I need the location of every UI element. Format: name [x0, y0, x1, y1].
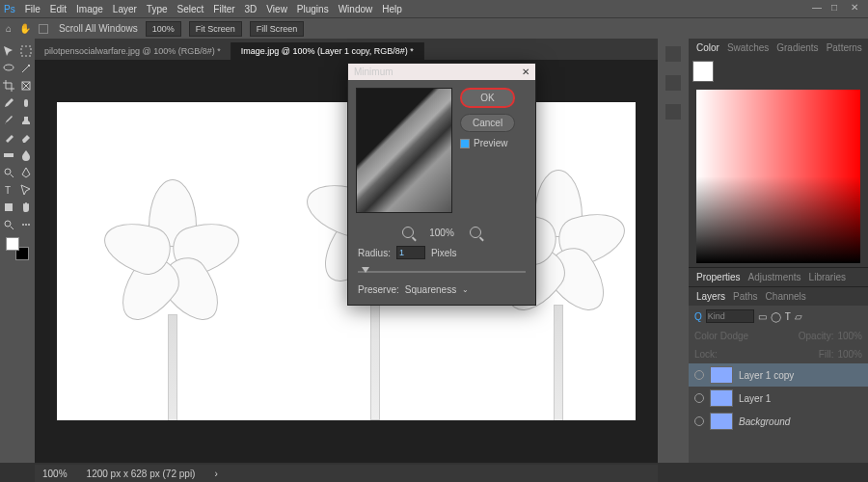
menu-filter[interactable]: Filter: [213, 4, 234, 14]
kind-filter[interactable]: [706, 309, 754, 323]
zoom-tool-icon[interactable]: [1, 217, 16, 232]
tab-properties[interactable]: Properties: [696, 272, 741, 282]
filter-icon-2[interactable]: ◯: [771, 311, 781, 322]
menu-3d[interactable]: 3D: [245, 4, 258, 14]
scroll-checkbox[interactable]: [39, 24, 48, 34]
tab-adjustments[interactable]: Adjustments: [748, 272, 801, 282]
fit-screen-button[interactable]: Fit Screen: [189, 21, 242, 37]
canvas[interactable]: [57, 102, 636, 420]
kind-label: Q: [694, 311, 702, 322]
visibility-icon[interactable]: [694, 393, 704, 403]
menu-help[interactable]: Help: [382, 4, 402, 14]
panel-icon-2[interactable]: [665, 75, 681, 91]
visibility-icon[interactable]: [694, 416, 704, 426]
menu-type[interactable]: Type: [147, 4, 168, 14]
blend-mode[interactable]: Color Dodge: [694, 331, 748, 341]
hand-tool-icon[interactable]: ✋: [19, 23, 31, 34]
filter-icon[interactable]: ▭: [758, 311, 767, 322]
lasso-tool-icon[interactable]: [1, 61, 16, 76]
canvas-area[interactable]: [35, 60, 658, 463]
history-brush-icon[interactable]: [1, 130, 16, 146]
color-picker[interactable]: [696, 90, 860, 263]
panel-icon-1[interactable]: [665, 46, 681, 62]
marquee-tool-icon[interactable]: [18, 43, 34, 59]
brush-tool-icon[interactable]: [1, 113, 16, 128]
zoom-in-icon[interactable]: [470, 227, 481, 238]
path-tool-icon[interactable]: [18, 182, 34, 198]
edit-toolbar-icon[interactable]: [18, 217, 34, 232]
menu-image[interactable]: Image: [76, 4, 103, 14]
filter-icon-4[interactable]: ▱: [795, 311, 802, 322]
tab-color[interactable]: Color: [696, 42, 719, 53]
preview-checkbox[interactable]: Preview: [460, 138, 515, 148]
tab-paths[interactable]: Paths: [733, 291, 758, 302]
frame-tool-icon[interactable]: [18, 78, 34, 94]
menu-edit[interactable]: Edit: [50, 4, 67, 14]
tab-doc-1[interactable]: pilotpensocialwarfare.jpg @ 100% (RGB/8#…: [35, 42, 231, 60]
visibility-icon[interactable]: [694, 370, 704, 380]
zoom-level[interactable]: 100%: [146, 21, 181, 37]
type-tool-icon[interactable]: T: [1, 182, 16, 198]
layer-row[interactable]: Layer 1 copy: [689, 363, 868, 387]
svg-point-9: [22, 224, 24, 226]
checkbox-icon[interactable]: [460, 139, 470, 148]
move-tool-icon[interactable]: [1, 43, 16, 59]
menu-layer[interactable]: Layer: [113, 4, 137, 14]
status-bar: 100% 1200 px x 628 px (72 ppi) ›: [35, 465, 658, 482]
tab-layers[interactable]: Layers: [696, 291, 725, 302]
panel-icon-3[interactable]: [665, 104, 681, 120]
status-chevron-icon[interactable]: ›: [214, 469, 217, 479]
menu-select[interactable]: Select: [177, 4, 204, 14]
opacity-value[interactable]: 100%: [837, 331, 862, 341]
layer-name[interactable]: Layer 1 copy: [739, 370, 794, 381]
fill-value[interactable]: 100%: [837, 349, 862, 360]
dialog-close-icon[interactable]: ✕: [522, 67, 529, 77]
maximize-icon[interactable]: □: [831, 2, 843, 13]
menu-window[interactable]: Window: [339, 4, 373, 14]
menu-plugins[interactable]: Plugins: [297, 4, 329, 14]
gradient-tool-icon[interactable]: [1, 147, 16, 163]
chevron-down-icon[interactable]: ⌄: [462, 285, 469, 294]
radius-slider[interactable]: [358, 271, 526, 273]
cancel-button[interactable]: Cancel: [460, 114, 515, 132]
heal-tool-icon[interactable]: [18, 95, 34, 111]
crop-tool-icon[interactable]: [1, 78, 16, 94]
hand-tool-icon[interactable]: [18, 200, 34, 215]
eraser-tool-icon[interactable]: [18, 130, 34, 146]
minimize-icon[interactable]: —: [812, 2, 824, 13]
dialog-titlebar[interactable]: Minimum ✕: [348, 64, 535, 80]
tab-libraries[interactable]: Libraries: [809, 272, 846, 282]
stamp-tool-icon[interactable]: [18, 113, 34, 128]
tab-swatches[interactable]: Swatches: [727, 42, 769, 53]
layer-row[interactable]: Background: [689, 410, 868, 433]
zoom-out-icon[interactable]: [402, 227, 414, 238]
ok-button[interactable]: OK: [460, 88, 515, 108]
tab-gradients[interactable]: Gradients: [776, 42, 818, 53]
layer-name[interactable]: Layer 1: [739, 393, 771, 404]
foreground-swatch[interactable]: [692, 61, 714, 82]
home-icon[interactable]: ⌂: [6, 23, 12, 34]
dodge-tool-icon[interactable]: [1, 165, 16, 180]
dialog-title: Minimum: [354, 67, 393, 77]
menu-view[interactable]: View: [266, 4, 287, 14]
color-swatches[interactable]: [6, 237, 29, 260]
layer-name[interactable]: Background: [739, 416, 790, 427]
tab-channels[interactable]: Channels: [766, 291, 806, 302]
eyedropper-tool-icon[interactable]: [1, 95, 16, 111]
svg-point-1: [4, 65, 14, 70]
preserve-dropdown[interactable]: Squareness: [405, 284, 456, 295]
pen-tool-icon[interactable]: [18, 165, 34, 180]
shape-tool-icon[interactable]: [1, 200, 16, 215]
status-zoom[interactable]: 100%: [42, 469, 68, 479]
wand-tool-icon[interactable]: [18, 61, 34, 76]
fill-screen-button[interactable]: Fill Screen: [250, 21, 305, 37]
menu-file[interactable]: File: [25, 4, 41, 14]
tab-patterns[interactable]: Patterns: [827, 42, 862, 53]
radius-input[interactable]: [396, 246, 425, 259]
close-icon[interactable]: ✕: [851, 2, 862, 13]
layer-row[interactable]: Layer 1: [689, 387, 868, 410]
blur-tool-icon[interactable]: [18, 147, 34, 163]
tab-doc-2[interactable]: Image.jpg @ 100% (Layer 1 copy, RGB/8#) …: [231, 42, 424, 60]
filter-icon-3[interactable]: T: [785, 311, 791, 322]
filter-preview[interactable]: [356, 88, 452, 213]
